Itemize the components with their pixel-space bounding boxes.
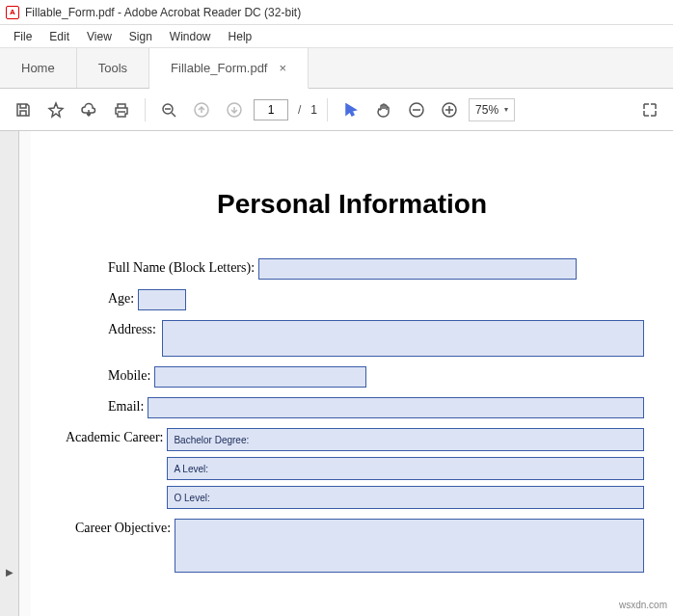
menu-help[interactable]: Help bbox=[221, 28, 260, 45]
print-icon bbox=[113, 101, 130, 119]
zoom-out-button[interactable] bbox=[403, 96, 430, 123]
tab-document-label: Fillable_Form.pdf bbox=[171, 61, 267, 75]
fit-page-button[interactable] bbox=[636, 96, 663, 123]
toolbar: / 1 75% ▾ bbox=[0, 89, 673, 131]
page-up-button[interactable] bbox=[188, 96, 215, 123]
chevron-down-icon: ▾ bbox=[504, 105, 508, 114]
tab-document[interactable]: Fillable_Form.pdf × bbox=[149, 48, 309, 89]
field-academic-bachelor[interactable]: Bachelor Degree: bbox=[167, 428, 644, 451]
cursor-icon bbox=[342, 101, 360, 119]
label-email: Email: bbox=[108, 397, 144, 415]
field-mobile[interactable] bbox=[154, 366, 366, 388]
separator bbox=[327, 98, 328, 121]
page-total: 1 bbox=[310, 103, 317, 117]
page-down-button[interactable] bbox=[221, 96, 248, 123]
tab-home-label: Home bbox=[21, 61, 55, 75]
menu-sign[interactable]: Sign bbox=[121, 28, 160, 45]
close-icon[interactable]: × bbox=[279, 61, 286, 75]
ac-label-bachelor: Bachelor Degree: bbox=[174, 435, 249, 445]
magnify-minus-icon bbox=[160, 101, 177, 119]
label-age: Age: bbox=[108, 289, 134, 307]
academic-group: Bachelor Degree: A Level: O Level: bbox=[167, 428, 644, 509]
titlebar: A Fillable_Form.pdf - Adobe Acrobat Read… bbox=[0, 0, 673, 25]
minus-circle-icon bbox=[408, 101, 425, 119]
sidebar-toggle[interactable]: ▶ bbox=[6, 567, 13, 577]
field-academic-olevel[interactable]: O Level: bbox=[167, 486, 644, 509]
menubar: File Edit View Sign Window Help bbox=[0, 25, 673, 48]
form-heading: Personal Information bbox=[60, 189, 644, 220]
zoom-value: 75% bbox=[475, 103, 498, 117]
fit-icon bbox=[641, 101, 659, 119]
cloud-icon bbox=[80, 101, 97, 119]
sidebar: ▶ bbox=[0, 131, 19, 616]
arrow-up-icon bbox=[193, 101, 210, 119]
field-email[interactable] bbox=[148, 397, 644, 418]
star-icon bbox=[47, 101, 65, 119]
label-objective: Career Objective: bbox=[75, 519, 171, 536]
selection-tool-button[interactable] bbox=[337, 96, 364, 123]
label-fullname: Full Name (Block Letters): bbox=[108, 258, 255, 276]
app-icon: A bbox=[6, 6, 19, 19]
zoom-dropdown[interactable]: 75% ▾ bbox=[469, 98, 515, 121]
page-area[interactable]: Personal Information Full Name (Block Le… bbox=[19, 131, 673, 616]
field-address[interactable] bbox=[162, 320, 644, 357]
tabbar: Home Tools Fillable_Form.pdf × bbox=[0, 48, 673, 89]
label-academic: Academic Career: bbox=[66, 428, 163, 445]
tab-tools[interactable]: Tools bbox=[77, 48, 149, 88]
save-button[interactable] bbox=[10, 96, 37, 123]
menu-file[interactable]: File bbox=[6, 28, 40, 45]
field-fullname[interactable] bbox=[258, 258, 577, 280]
zoom-in-button[interactable] bbox=[436, 96, 463, 123]
tab-home[interactable]: Home bbox=[0, 48, 77, 88]
save-icon bbox=[14, 101, 32, 119]
cloud-button[interactable] bbox=[75, 96, 102, 123]
pdf-page: Personal Information Full Name (Block Le… bbox=[31, 131, 673, 616]
zoom-out-find-button[interactable] bbox=[155, 96, 182, 123]
print-button[interactable] bbox=[108, 96, 135, 123]
page-separator: / bbox=[298, 103, 301, 117]
label-mobile: Mobile: bbox=[108, 366, 150, 384]
menu-window[interactable]: Window bbox=[162, 28, 219, 45]
field-objective[interactable] bbox=[175, 519, 644, 573]
watermark: wsxdn.com bbox=[619, 600, 667, 610]
window-title: Fillable_Form.pdf - Adobe Acrobat Reader… bbox=[25, 6, 301, 19]
field-age[interactable] bbox=[138, 289, 186, 310]
ac-label-alevel: A Level: bbox=[174, 464, 208, 474]
tab-tools-label: Tools bbox=[98, 61, 127, 75]
page-number-input[interactable] bbox=[254, 99, 288, 121]
label-address: Address: bbox=[108, 320, 156, 337]
arrow-down-icon bbox=[226, 101, 243, 119]
content-area: ▶ Personal Information Full Name (Block … bbox=[0, 131, 673, 616]
plus-circle-icon bbox=[441, 101, 458, 119]
star-button[interactable] bbox=[42, 96, 69, 123]
menu-view[interactable]: View bbox=[79, 28, 120, 45]
separator bbox=[145, 98, 146, 121]
field-academic-alevel[interactable]: A Level: bbox=[167, 457, 644, 480]
ac-label-olevel: O Level: bbox=[174, 493, 209, 503]
menu-edit[interactable]: Edit bbox=[41, 28, 77, 45]
hand-tool-button[interactable] bbox=[370, 96, 397, 123]
hand-icon bbox=[375, 101, 392, 119]
